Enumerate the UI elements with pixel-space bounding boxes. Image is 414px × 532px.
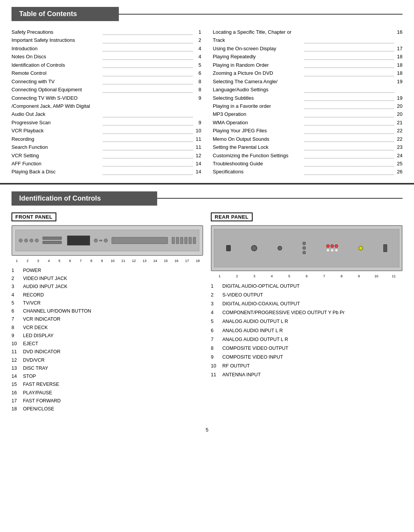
toc-left-entry: Progressive Scan 9 <box>12 119 201 127</box>
item-number: 5 <box>211 317 219 326</box>
toc-entry-page: 5 <box>194 61 201 69</box>
toc-entry-page: 14 <box>194 168 201 176</box>
toc-entry-page: 25 <box>395 160 402 168</box>
rear-composite <box>358 246 363 250</box>
toc-entry-text: Connecting TV With S-VIDEO /Component Ja… <box>12 94 102 119</box>
toc-entry-page: 21 <box>395 119 402 127</box>
front-panel-number: 9 <box>99 259 105 263</box>
item-number: 2 <box>12 275 20 283</box>
toc-right-entry: Playing Your JPEG Files 22 <box>213 127 402 135</box>
knob-4 <box>35 239 39 242</box>
toc-entry-text: Memo On Output Sounds <box>213 135 303 143</box>
toc-left-entry: Notes On Discs 4 <box>12 53 201 61</box>
toc-right-entry: Specifications 26 <box>213 168 402 176</box>
front-btn-5 <box>189 237 192 244</box>
item-text: TV/VCR <box>23 299 203 307</box>
list-item: 16 PLAY/PAUSE <box>12 389 203 397</box>
item-text: VIDEO INPUT JACK <box>23 275 203 283</box>
item-text: RF OUTPUT <box>222 362 402 371</box>
list-item: 9 COMPOSITE VIDEO INPUT <box>211 353 402 362</box>
list-item: 10 EJECT <box>12 340 203 348</box>
toc-right-entry: Setting the Parental Lock 23 <box>213 143 402 151</box>
item-text: COMPONENT/PROGRESSIVE VIDEO OUTPUT Y Pb … <box>222 308 402 317</box>
toc-left-entry: Playing Back a Disc 14 <box>12 168 201 176</box>
item-text: RECORD <box>23 291 203 299</box>
front-panel-number: 6 <box>67 259 73 263</box>
toc-header-line <box>119 14 402 15</box>
item-text: DISC TRAY <box>23 364 203 372</box>
list-item: 3 AUDIO INPUT JACK <box>12 283 203 291</box>
toc-entry-page: 22 <box>395 135 402 143</box>
toc-entry-text: Setting the Parental Lock <box>213 143 303 151</box>
list-item: 7 VCR INDICATOR <box>12 315 203 323</box>
item-number: 11 <box>12 348 20 356</box>
item-text: CHANNEL UP/DOWN BUTTON <box>23 307 203 315</box>
item-text: EJECT <box>23 340 203 348</box>
item-number: 4 <box>211 308 219 317</box>
rear-rf <box>383 244 387 252</box>
toc-entry-page: 6 <box>194 69 201 77</box>
list-item: 11 ANTENNA INPUT <box>211 371 402 379</box>
toc-entry-text: Playing in a Favorite order <box>213 102 303 110</box>
item-text: VCR DECK <box>23 324 203 332</box>
toc-right-entry: Using the On-screen Display 17 <box>213 44 402 53</box>
toc-entry-text: Remote Control <box>12 69 102 77</box>
rear-audio-r2 <box>330 249 334 252</box>
toc-entry-page: 19 <box>395 94 402 102</box>
rear-panel-number: 6 <box>304 274 309 278</box>
item-text: POWER <box>23 267 203 275</box>
list-item: 2 VIDEO INPUT JACK <box>12 275 203 283</box>
toc-left-entry: Identification of Controls 5 <box>12 61 201 69</box>
item-number: 6 <box>211 326 219 335</box>
knob-1 <box>19 239 23 242</box>
toc-left-entry: VCR Playback 10 <box>12 127 201 135</box>
list-item: 7 ANALOG AUDIO OUTPUT L R <box>211 335 402 344</box>
toc-entry-text: Playing Repeatedly <box>213 53 303 61</box>
item-text: S-VIDEO OUTPUT <box>222 291 402 300</box>
list-item: 8 COMPOSITE VIDEO OUTPUT <box>211 344 402 353</box>
toc-entry-page: 17 <box>395 44 402 53</box>
toc-left-entry: Connecting TV With S-VIDEO /Component Ja… <box>12 94 201 119</box>
toc-right-entry: Playing in a Favorite order 20 <box>213 102 402 110</box>
toc-entry-text: Selecting The Camera Angle/ Language/Aud… <box>213 77 303 94</box>
toc-left-entry: Recording 11 <box>12 135 201 143</box>
item-text: LED DISPLAY <box>23 332 203 340</box>
rear-optical <box>226 245 231 251</box>
item-number: 2 <box>211 291 219 300</box>
toc-entry-text: VCR Playback <box>12 127 102 135</box>
item-number: 15 <box>12 380 20 389</box>
toc-entry-page: 20 <box>395 110 402 118</box>
toc-left-col: Safety Precautions 1 Important Safety In… <box>12 28 201 176</box>
rear-panel-number: 10 <box>374 274 379 278</box>
item-text: DVD INDICATOR <box>23 348 203 356</box>
item-text: ANALOG AUDIO OUTPUT L R <box>222 335 402 344</box>
item-text: FAST FORWARD <box>23 397 203 405</box>
toc-left-entry: VCR Setting 12 <box>12 152 201 160</box>
item-number: 10 <box>211 362 219 371</box>
toc-title: Table of Contents <box>12 7 119 21</box>
list-item: 1 POWER <box>12 267 203 275</box>
toc-entry-page: 8 <box>194 86 201 94</box>
front-knobs <box>19 239 39 242</box>
item-text: ANALOG AUDIO OUTPUT L R <box>222 317 402 326</box>
item-number: 8 <box>12 324 20 332</box>
toc-left-entry: Introduction 4 <box>12 44 201 53</box>
toc-right-entry: Locating a Specific Title, Chapter or Tr… <box>213 28 402 44</box>
toc-right-entry: MP3 Operation 20 <box>213 110 402 118</box>
rear-audio-r1 <box>326 249 330 252</box>
toc-left-entry: Remote Control 6 <box>12 69 201 77</box>
front-panel-number: 5 <box>57 259 62 263</box>
item-number: 13 <box>12 364 20 372</box>
front-btn-1 <box>172 237 175 244</box>
knob-2 <box>24 239 28 242</box>
front-panel-items: 1 POWER 2 VIDEO INPUT JACK 3 AUDIO INPUT… <box>12 267 203 413</box>
front-panel-number: 7 <box>78 259 83 263</box>
list-item: 1 DIGITAL AUDIO-OPTICAL OUTPUT <box>211 282 402 291</box>
toc-entry-text: Playing in Random Order <box>213 61 303 69</box>
front-panel-number: 3 <box>35 259 41 263</box>
rear-panel-device <box>211 225 402 271</box>
rear-panel-number: 7 <box>321 274 327 278</box>
item-number: 6 <box>12 307 20 315</box>
toc-entry-page: 9 <box>194 94 201 119</box>
item-number: 12 <box>12 356 20 364</box>
